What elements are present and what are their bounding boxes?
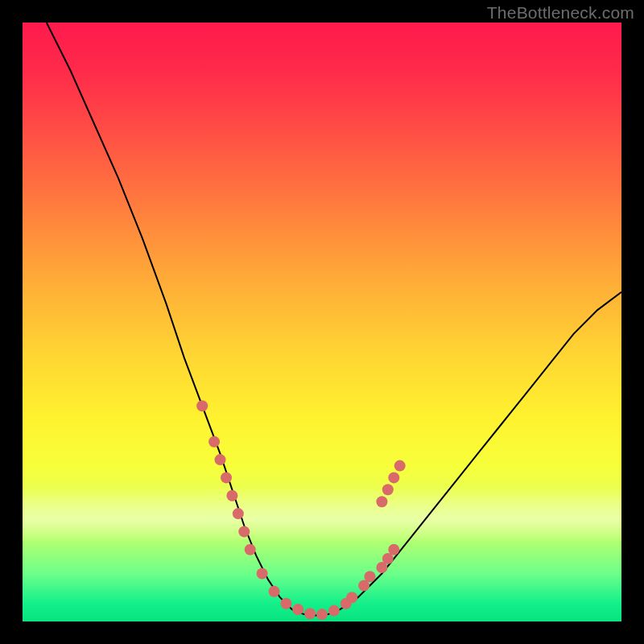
watermark-text: TheBottleneck.com [487,3,634,23]
chart-frame: TheBottleneck.com [0,0,644,644]
curve-group [47,23,621,616]
data-point [196,400,208,411]
data-point [233,508,244,519]
data-point [245,544,256,555]
data-point [316,609,328,620]
plot-svg [23,23,621,621]
data-point [365,571,376,582]
data-point [226,490,237,502]
dots-group [196,400,406,620]
data-point [238,526,250,537]
data-point [388,472,399,483]
data-point [280,598,291,609]
data-point [388,544,399,555]
plot-area [23,23,621,621]
data-point [346,592,357,603]
data-point [394,460,406,472]
data-point [328,605,340,617]
data-point [269,586,280,597]
data-point [292,604,303,615]
data-point [208,436,220,448]
data-point [304,608,316,619]
data-point [257,568,268,580]
data-point [376,496,387,507]
data-point [215,454,226,465]
data-point [382,484,394,495]
data-point [221,472,232,483]
bottleneck-curve [47,23,621,616]
